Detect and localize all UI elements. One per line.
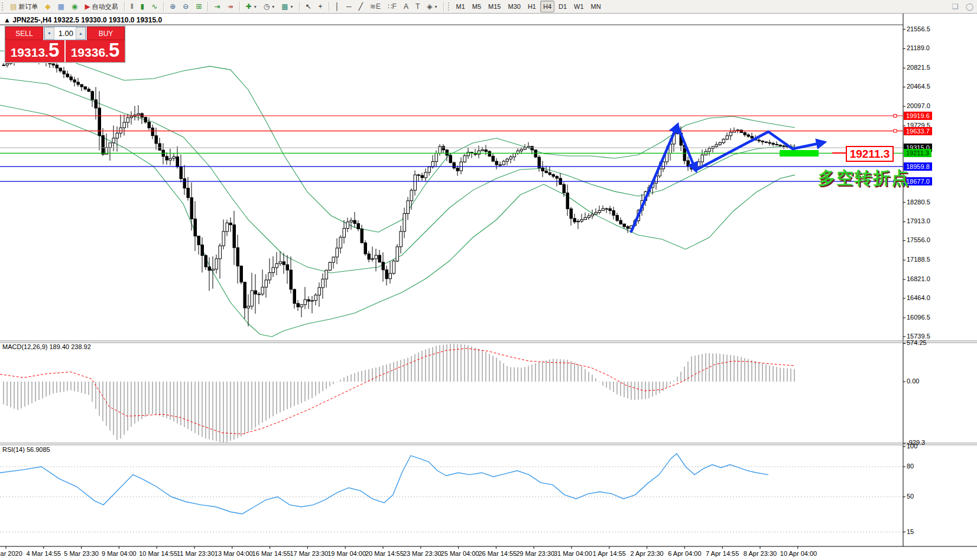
date-label: 19 Mar 04:00 <box>327 550 363 557</box>
buy-button[interactable]: BUY <box>87 27 125 40</box>
candle-body <box>722 139 725 143</box>
candle-body <box>456 168 459 171</box>
candle-body <box>368 254 371 259</box>
candle-body <box>290 270 293 289</box>
price-tick-label: 20821.5 <box>907 64 930 71</box>
candle-body <box>201 245 204 256</box>
candle-body <box>6 64 9 66</box>
candle-body <box>478 151 481 154</box>
candle-body <box>392 261 395 274</box>
candle-body <box>768 142 771 143</box>
candle-body <box>283 262 285 265</box>
candle-body <box>233 225 236 248</box>
rsi-axis-label: 15 <box>907 528 914 535</box>
candle-body <box>775 144 778 145</box>
volume-decrease-button[interactable]: ▼ <box>44 27 54 40</box>
candle-body <box>396 247 399 261</box>
candle-body <box>48 63 51 64</box>
candle-body <box>378 255 381 262</box>
candle-body <box>715 145 718 146</box>
candle-body <box>485 150 488 152</box>
candle-body <box>541 168 544 171</box>
candle-body <box>123 122 126 128</box>
candle-body <box>414 175 417 190</box>
date-label: 31 Mar 04:00 <box>554 550 589 557</box>
candle-body <box>400 232 403 247</box>
highlight-bar[interactable] <box>780 150 819 157</box>
candle-body <box>584 217 587 219</box>
candle-body <box>375 255 378 259</box>
bollinger-middle-band[interactable] <box>0 78 795 273</box>
candle-body <box>240 266 243 282</box>
candle-body <box>208 267 211 271</box>
candle-body <box>609 209 612 210</box>
date-label: 11 Mar 23:30 <box>177 550 212 557</box>
candle-body <box>254 291 257 294</box>
buy-price: 19336.5 <box>66 40 125 62</box>
candle-body <box>449 155 452 162</box>
rsi-line[interactable] <box>0 454 768 514</box>
price-tick-label: 21556.5 <box>907 25 930 32</box>
candle-body <box>453 162 456 168</box>
candle-body <box>548 172 551 174</box>
candle-body <box>495 161 498 165</box>
candle-body <box>329 262 332 270</box>
bollinger-lower-band[interactable] <box>0 105 795 337</box>
candle-body <box>623 224 626 227</box>
sell-button[interactable]: SELL <box>5 27 43 40</box>
candle-body <box>407 201 410 214</box>
candle-body <box>761 141 764 142</box>
date-label: 10 Apr 04:00 <box>780 550 816 557</box>
candle-body <box>467 152 470 156</box>
candle-body <box>740 130 743 132</box>
date-label: 9 Mar 04:00 <box>101 550 137 557</box>
candle-body <box>155 136 158 144</box>
volume-input[interactable]: 1.00 <box>54 27 76 40</box>
candle-body <box>66 74 69 77</box>
candle-body <box>566 193 569 209</box>
candle-body <box>612 210 615 215</box>
candle-body <box>502 161 505 165</box>
date-label: 16 Mar 14:55 <box>252 550 288 557</box>
candle-body <box>389 274 392 279</box>
candle-body <box>126 118 129 122</box>
date-label: 2 Apr 23:30 <box>629 550 665 557</box>
symbol-ohlc-label: ▲ JPN225-,H4 19322.5 19330.0 19310.0 193… <box>4 16 162 24</box>
trend-zigzag-arrow[interactable] <box>631 125 677 232</box>
macd-axis-label: 0.00 <box>907 377 919 385</box>
candle-body <box>719 143 722 145</box>
candle-body <box>336 248 339 257</box>
candle-body <box>194 219 197 236</box>
candle-body <box>463 156 466 162</box>
candle-body <box>364 243 367 254</box>
candle-body <box>371 259 374 259</box>
candle-body <box>169 158 172 160</box>
candle-body <box>80 84 83 87</box>
price-tick-label: 17913.0 <box>907 217 930 224</box>
candle-body <box>116 133 119 138</box>
rsi-axis-label: 80 <box>907 463 914 470</box>
candle-body <box>215 259 218 269</box>
candle-body <box>52 64 55 65</box>
candle-body <box>325 270 328 279</box>
price-tick-label: 18280.5 <box>907 198 930 206</box>
price-tag-19211.3: 19211.3 <box>904 149 931 157</box>
candle-body <box>772 144 775 145</box>
candle-body <box>247 306 250 308</box>
price-tick-label: 20097.0 <box>907 102 930 109</box>
candle-body <box>424 172 427 178</box>
volume-increase-button[interactable]: ▲ <box>76 27 86 40</box>
collapse-arrow-icon[interactable]: ▲ <box>4 16 11 24</box>
turning-point-annotation[interactable]: 多空转折点 <box>818 167 910 190</box>
candle-body <box>577 221 580 222</box>
candle-body <box>744 132 746 135</box>
candle-body <box>265 280 268 287</box>
price-annotation-box[interactable]: 19211.3 <box>846 146 894 162</box>
chart-canvas[interactable] <box>0 0 977 560</box>
candle-body <box>346 222 349 229</box>
bollinger-upper-band[interactable] <box>0 51 795 232</box>
candle-body <box>435 154 438 162</box>
candle-body <box>481 150 484 151</box>
candle-body <box>197 236 200 245</box>
price-tick-label: 16821.0 <box>907 275 930 282</box>
